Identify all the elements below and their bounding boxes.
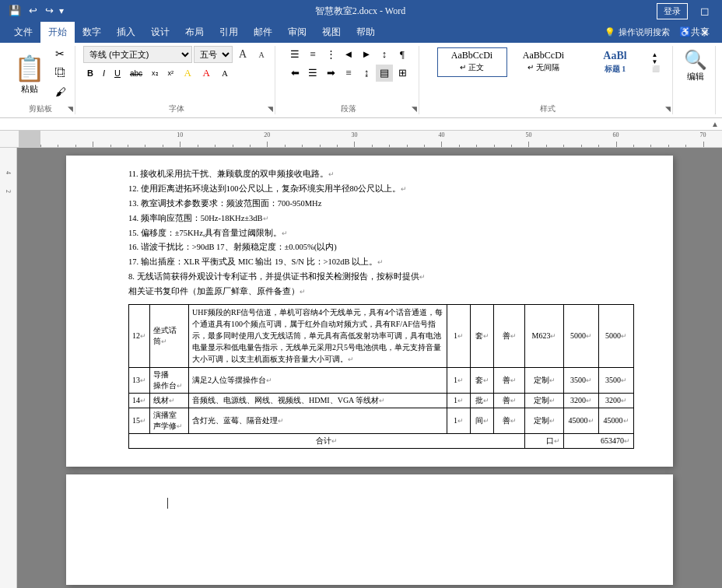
document-page-top: 11. 接收机采用抗干扰、兼顾载度的双申频接收电路。↵ 12. 使用距离进拓环境… [66,156,673,467]
font-controls: 等线 (中文正文) 五号 A A B I U abc x₂ x² A A A [83,46,270,82]
cell-total-placeholder: 口↵ [525,433,564,448]
font-size-select[interactable]: 五号 [194,46,233,63]
strikethrough-button[interactable]: abc [126,65,146,82]
tab-home[interactable]: 开始 [40,22,75,43]
justify-button[interactable]: ≡ [340,65,357,82]
style-no-space[interactable]: AaBbCcDi ↵ 无间隔 [509,47,579,77]
border-button[interactable]: ⊞ [394,65,411,82]
above-table-text: 11. 接收机采用抗干扰、兼顾载度的双申频接收电路。↵ 12. 使用距离进拓环境… [128,167,634,299]
ribbon-content: 📋 粘贴 ✂ ⿻ 🖌 剪贴板 ◥ 等线 (中文正文) 五号 A A [0,43,722,118]
clear-format-button[interactable]: A [216,65,233,82]
cell-row13-price: 3500↵ [564,367,599,393]
paragraph-expand[interactable]: ◥ [412,105,417,113]
table-row-14: 14↵ 线材↵ 音频线、电源线、网线、视频线、HDMI、VGA 等线材↵ 1↵ … [129,393,634,408]
style-more-button[interactable]: ⬜ [652,66,660,72]
highlight-button[interactable]: A [179,65,196,82]
superscript-button[interactable]: x² [164,65,178,82]
cell-row14-qty: 1↵ [447,393,471,408]
align-center-button[interactable]: ☰ [304,65,321,82]
procurement-table: 12↵ 坐式话筒↵ UHF频段的RF信号信道，单机可容纳4个无线单元，具有4个话… [128,304,634,449]
style-scroll-up-button[interactable]: ▲ [652,52,660,58]
clipboard-expand[interactable]: ◥ [68,105,73,113]
login-button[interactable]: 登录 [657,3,688,19]
underline-button[interactable]: U [110,65,124,82]
cell-row13-name: 导播操作台↵ [150,367,189,393]
increase-indent-button[interactable]: ► [358,46,375,63]
style-normal[interactable]: AaBbCcDi ↵ 正文 [437,47,507,77]
undo-icon[interactable]: ↩ [26,5,40,17]
ribbon: 文件 开始 数字 插入 设计 布局 引用 邮件 审阅 视图 帮助 💡 操作说明搜… [0,22,722,43]
cell-row14-unit: 批↵ [471,393,494,408]
text-line-12: 12. 使用距离进拓环境达到100公尺以上，复杂环境实用半径80公尺以上。↵ [128,182,634,197]
search-icon: 🔍 [684,49,707,71]
lightbulb-icon: 💡 [605,27,615,37]
paste-label: 粘贴 [21,83,38,95]
document-page-bottom [66,474,673,585]
text-line-13: 13. 教室调技术参数要求：频波范围面：700-950MHz [128,197,634,212]
cut-button[interactable]: ✂ [51,46,70,63]
share-button[interactable]: ♿共享 [679,26,710,39]
cell-row14-num: 14↵ [129,393,150,408]
align-right-button[interactable]: ➡ [322,65,339,82]
font-name-select[interactable]: 等线 (中文正文) [83,46,192,63]
tab-design[interactable]: 设计 [143,22,177,43]
subscript-button[interactable]: x₂ [148,65,163,82]
style-scroll-down-button[interactable]: ▼ [652,59,660,65]
cell-row14-price: 3200↵ [564,393,599,408]
ribbon-collapse-bar: ▲ [0,118,722,131]
tab-review[interactable]: 审阅 [280,22,314,43]
line-spacing-button[interactable]: ↨ [358,65,375,82]
restore-button[interactable]: ◻ [694,0,716,22]
cell-row14-total: 3200↵ [599,393,634,408]
operation-search-label: 操作说明搜索 [619,26,670,38]
tab-number[interactable]: 数字 [75,22,109,43]
cell-row15-model: 定制↵ [525,408,564,433]
cell-row12-name: 坐式话筒↵ [150,305,189,368]
styles-group: AaBbCcDi ↵ 正文 AaBbCcDi ↵ 无间隔 AaBl 标题 1 ▲… [422,46,673,114]
grow-font-button[interactable]: A [234,46,251,63]
list-bullets-button[interactable]: ☰ [286,46,303,63]
show-marks-button[interactable]: ¶ [394,46,411,63]
collapse-ribbon-button[interactable]: ▲ [711,120,719,128]
redo-icon[interactable]: ↪ [43,5,56,17]
format-painter-button[interactable]: 🖌 [51,85,70,102]
page-content-top: 11. 接收机采用抗干扰、兼顾载度的双申频接收电路。↵ 12. 使用距离进拓环境… [66,156,673,467]
decrease-indent-button[interactable]: ◄ [340,46,357,63]
shrink-font-button[interactable]: A [253,46,270,63]
paragraph-label: 段落 [341,102,356,114]
tab-help[interactable]: 帮助 [349,22,383,43]
text-line-14: 14. 频率响应范围：50Hz-18KHz±3dB↵ [128,212,634,226]
list-numbers-button[interactable]: ≡ [304,46,321,63]
text-line-17: 17. 输出插座：XLR 平衡式及 MIC 输出 19、S/N 比：>102dB… [128,255,634,270]
save-icon[interactable]: 💾 [6,5,23,17]
shading-button[interactable]: ▤ [376,65,393,82]
paste-icon: 📋 [14,54,45,83]
copy-button[interactable]: ⿻ [51,65,70,82]
tab-view[interactable]: 视图 [314,22,349,43]
cell-row13-qty: 1↵ [447,367,471,393]
tab-layout[interactable]: 布局 [177,22,212,43]
font-color-button[interactable]: A [198,65,215,82]
paste-button[interactable]: 📋 粘贴 [11,52,48,96]
cell-row15-brand: 善↵ [494,408,525,433]
italic-button[interactable]: I [99,65,109,82]
document-area: 4 2 11. 接收机采用抗干扰、兼顾载度的双申频接收电路。↵ 12. 使用距离… [0,148,722,588]
font-group: 等线 (中文正文) 五号 A A B I U abc x₂ x² A A A 字… [79,46,275,114]
horizontal-ruler: 10203040506070 [0,131,722,148]
tab-insert[interactable]: 插入 [109,22,143,43]
align-left-button[interactable]: ⬅ [286,65,303,82]
cell-row15-total: 45000↵ [599,408,634,433]
tab-reference[interactable]: 引用 [212,22,246,43]
font-expand[interactable]: ◥ [268,105,273,113]
styles-expand[interactable]: ◥ [665,105,671,113]
list-multi-button[interactable]: ⋮ [322,46,339,63]
tab-file[interactable]: 文件 [6,22,40,43]
tab-mail[interactable]: 邮件 [246,22,280,43]
cell-total-label: 合计↵ [129,433,525,448]
bold-button[interactable]: B [83,65,97,82]
sort-button[interactable]: ↕ [376,46,393,63]
document-scroll-area[interactable]: 11. 接收机采用抗干扰、兼顾载度的双申频接收电路。↵ 12. 使用距离进拓环境… [17,148,722,588]
style-heading1[interactable]: AaBl 标题 1 [580,47,650,77]
text-cursor [167,498,168,509]
cell-row15-unit: 间↵ [471,408,494,433]
